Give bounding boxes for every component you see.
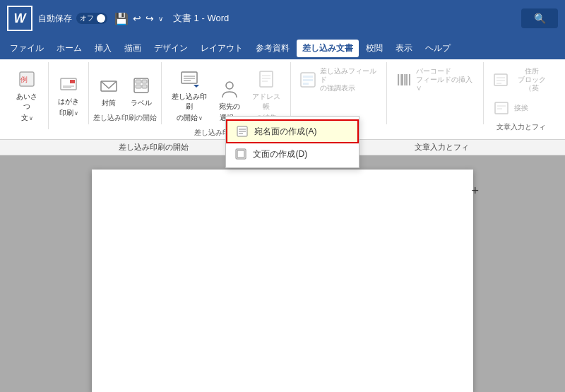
- search-bar[interactable]: 🔍: [521, 8, 558, 28]
- ribbon-group-greeting: 例 あいさつ 文∨: [6, 62, 49, 129]
- hagaki-sublabel: 印刷∨: [59, 108, 78, 118]
- svg-rect-3: [70, 80, 75, 83]
- addressbook-icon: [255, 68, 278, 90]
- dropdown-item-document[interactable]: 文面の作成(D): [226, 143, 359, 165]
- dropdown-arrow-icon[interactable]: ∨: [158, 15, 163, 23]
- dropdown-menu: 宛名面の作成(A) 文面の作成(D): [225, 116, 359, 168]
- addressbook-label: アドレス帳: [251, 92, 282, 112]
- document-page[interactable]: +: [92, 170, 473, 392]
- menu-item-design[interactable]: デザイン: [148, 40, 194, 57]
- ribbon-group-barcode: バーコードフィールドの挿入 ∨: [387, 62, 484, 124]
- undo-icon[interactable]: ↩: [133, 13, 141, 24]
- merge-start-sublabel: の開始∨: [177, 113, 203, 123]
- redo-icon[interactable]: ↪: [145, 13, 154, 24]
- autosave-label: 自動保存: [38, 13, 72, 25]
- autosave-area: 自動保存 オフ: [38, 13, 107, 25]
- word-app-icon: W: [7, 6, 32, 31]
- merge-start-icon: [178, 68, 201, 90]
- barcode-label: バーコードフィールドの挿入 ∨: [416, 67, 475, 93]
- svg-rect-38: [409, 74, 410, 85]
- ribbon-group-hagaki: はがき 印刷∨: [49, 62, 89, 124]
- menu-item-file[interactable]: ファイル: [4, 40, 49, 57]
- autosave-toggle[interactable]: オフ: [76, 13, 107, 24]
- document-title: 文書 1 - Word: [173, 12, 229, 25]
- hagaki-label: はがき: [58, 97, 79, 107]
- envelope-icon: [97, 74, 120, 97]
- menu-item-layout[interactable]: レイアウト: [195, 40, 249, 57]
- save-icon[interactable]: 💾: [114, 12, 129, 25]
- greeting-block-button[interactable]: 接挨: [488, 96, 532, 120]
- svg-rect-31: [303, 83, 309, 85]
- recipient-icon: [218, 78, 241, 100]
- search-icon: 🔍: [534, 13, 546, 24]
- address-menu-icon: [236, 125, 249, 138]
- svg-text:例: 例: [20, 76, 28, 83]
- menu-item-review[interactable]: 校閲: [360, 40, 388, 57]
- menu-item-view[interactable]: 表示: [390, 40, 418, 57]
- highlight-fields-icon: [299, 70, 317, 90]
- title-bar: W 自動保存 オフ 💾 ↩ ↪ ∨ 文書 1 - Word 🔍: [0, 0, 565, 37]
- svg-rect-34: [401, 74, 403, 85]
- label-icon: [130, 74, 153, 97]
- hagaki-button[interactable]: はがき 印刷∨: [53, 70, 84, 121]
- greeting-sublabel: 文∨: [21, 113, 33, 123]
- envelope-section-label: 差し込み印刷の開始: [93, 111, 157, 124]
- svg-rect-8: [136, 80, 141, 83]
- barcode-button[interactable]: バーコードフィールドの挿入 ∨: [391, 65, 479, 95]
- toggle-circle: [97, 14, 105, 23]
- greeting-icon: 例: [16, 68, 38, 90]
- dropdown-item-address[interactable]: 宛名面の作成(A): [226, 119, 359, 143]
- svg-rect-12: [182, 72, 197, 83]
- menu-item-reference[interactable]: 参考資料: [250, 40, 295, 57]
- svg-rect-9: [142, 80, 147, 83]
- barcode-icon: [395, 70, 413, 90]
- svg-rect-10: [136, 85, 141, 88]
- svg-rect-39: [494, 74, 507, 85]
- menu-item-insert[interactable]: 挿入: [89, 40, 117, 57]
- section-label-right: 文章入力とフィ: [415, 142, 469, 153]
- label-button[interactable]: ラベル: [126, 71, 157, 111]
- svg-rect-32: [398, 74, 399, 85]
- ribbon-group-address-block: 住所ブロック（英 接挨 文章入力とフィ: [484, 62, 559, 133]
- svg-point-17: [226, 82, 233, 89]
- menu-item-home[interactable]: ホーム: [51, 40, 88, 57]
- address-block-label: 住所ブロック（英: [513, 67, 552, 93]
- cursor-mark: +: [471, 184, 479, 198]
- greeting-label: あいさつ: [14, 92, 40, 112]
- menu-item-help[interactable]: ヘルプ: [420, 40, 456, 57]
- menu-bar: ファイル ホーム 挿入 描画 デザイン レイアウト 参考資料 差し込み文書 校閲…: [0, 37, 565, 59]
- merge-start-label: 差し込み印刷: [170, 92, 208, 112]
- svg-rect-28: [301, 73, 315, 87]
- highlight-fields-label: 差し込みフィールドの強調表示: [320, 67, 379, 93]
- svg-rect-30: [303, 79, 313, 81]
- highlight-fields-button[interactable]: 差し込みフィールドの強調表示: [295, 65, 382, 95]
- envelope-button[interactable]: 封筒: [93, 71, 124, 111]
- merge-start-button[interactable]: 差し込み印刷 の開始∨: [166, 65, 212, 126]
- menu-item-mailmerge[interactable]: 差し込み文書: [297, 40, 359, 57]
- address-menu-label: 宛名面の作成(A): [254, 126, 316, 138]
- ribbon-group-fields: 差し込みフィールドの強調表示: [291, 62, 387, 124]
- hagaki-section-label: [53, 121, 84, 124]
- recipient-select-label: 宛先の: [219, 102, 240, 112]
- menu-item-draw[interactable]: 描画: [119, 40, 147, 57]
- ribbon-group-envelope: 封筒 ラベル 差し込み印刷の開始: [89, 62, 162, 124]
- greeting-button[interactable]: 例 あいさつ 文∨: [10, 65, 44, 126]
- svg-rect-36: [405, 74, 407, 85]
- toggle-label: オフ: [78, 13, 95, 23]
- section-label-left: 差し込み印刷の開始: [119, 142, 189, 153]
- address-block-icon: [492, 70, 510, 90]
- svg-rect-18: [260, 71, 273, 87]
- greeting-block-label: 接挨: [514, 103, 528, 113]
- label-label: ラベル: [131, 98, 152, 108]
- document-menu-label: 文面の作成(D): [253, 148, 307, 160]
- svg-rect-33: [400, 74, 400, 85]
- envelope-label: 封筒: [102, 98, 116, 108]
- hagaki-icon: [57, 73, 80, 95]
- document-menu-icon: [234, 148, 247, 160]
- ribbon-group-mergestart: 差し込み印刷 の開始∨ 宛先の 選択∨: [162, 62, 291, 139]
- greeting-block-icon: [492, 98, 511, 118]
- svg-rect-29: [303, 76, 313, 78]
- toolbar-icons: 💾 ↩ ↪ ∨: [114, 12, 163, 25]
- address-block-button[interactable]: 住所ブロック（英: [488, 65, 555, 95]
- svg-marker-16: [194, 85, 199, 88]
